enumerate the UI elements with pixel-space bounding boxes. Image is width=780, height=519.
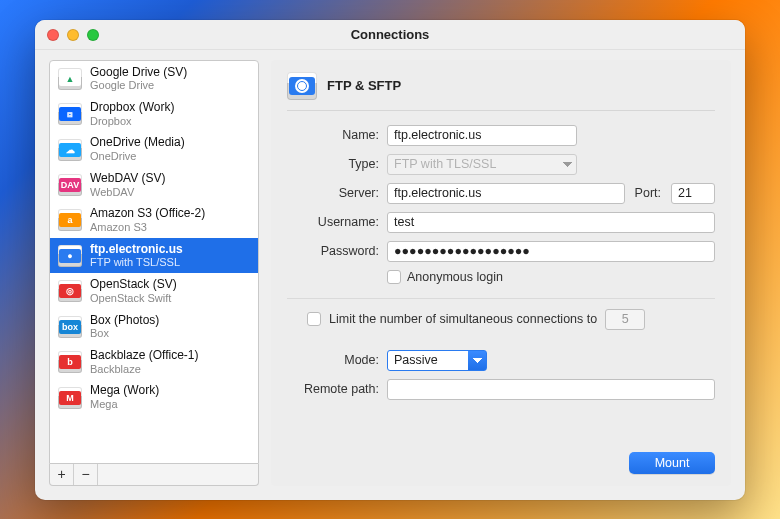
list-item-title: OpenStack (SV) [90,278,177,292]
server-label: Server: [287,186,379,200]
limit-field[interactable] [605,309,645,330]
remove-connection-button[interactable]: − [74,464,98,485]
minimize-icon[interactable] [67,29,79,41]
list-item[interactable]: aAmazon S3 (Office-2)Amazon S3 [50,202,258,237]
titlebar: Connections [35,20,745,50]
connection-detail-panel: FTP & SFTP Name: Type: FTP with TLS/SSL … [271,60,731,486]
panel-title: FTP & SFTP [327,78,401,93]
list-item-title: Google Drive (SV) [90,66,187,80]
list-item[interactable]: MMega (Work)Mega [50,379,258,414]
backblaze-icon: b [58,351,82,373]
list-item[interactable]: ●ftp.electronic.usFTP with TSL/SSL [50,238,258,273]
dropbox-icon: ⧈ [58,103,82,125]
list-item[interactable]: DAVWebDAV (SV)WebDAV [50,167,258,202]
list-item-subtitle: Backblaze [90,363,199,376]
list-item[interactable]: ▲Google Drive (SV)Google Drive [50,61,258,96]
list-item[interactable]: ◎OpenStack (SV)OpenStack Swift [50,273,258,308]
list-item-subtitle: Google Drive [90,79,187,92]
remote-path-label: Remote path: [287,382,379,396]
mode-label: Mode: [287,353,379,367]
ftp-icon [287,72,317,100]
connections-sidebar: ▲Google Drive (SV)Google Drive⧈Dropbox (… [49,60,259,486]
password-label: Password: [287,244,379,258]
list-item-title: OneDrive (Media) [90,136,185,150]
list-item-title: Box (Photos) [90,314,159,328]
name-field[interactable] [387,125,577,146]
ftp-icon: ● [58,245,82,267]
username-label: Username: [287,215,379,229]
anonymous-label: Anonymous login [407,270,503,284]
list-item-subtitle: WebDAV [90,186,166,199]
list-footer: + − [49,464,259,486]
add-connection-button[interactable]: + [50,464,74,485]
list-item-subtitle: Box [90,327,159,340]
list-item[interactable]: boxBox (Photos)Box [50,309,258,344]
mega-icon: M [58,387,82,409]
list-item-title: Backblaze (Office-1) [90,349,199,363]
limit-label: Limit the number of simultaneous connect… [329,312,597,326]
anonymous-checkbox[interactable] [387,270,401,284]
connections-window: Connections ▲Google Drive (SV)Google Dri… [35,20,745,500]
server-field[interactable] [387,183,625,204]
traffic-lights [47,29,99,41]
password-field[interactable] [387,241,715,262]
list-item-title: Amazon S3 (Office-2) [90,207,205,221]
connections-list[interactable]: ▲Google Drive (SV)Google Drive⧈Dropbox (… [49,60,259,464]
zoom-icon[interactable] [87,29,99,41]
username-field[interactable] [387,212,715,233]
type-select[interactable]: FTP with TLS/SSL [387,154,577,175]
list-item-subtitle: FTP with TSL/SSL [90,256,183,269]
list-item-subtitle: OneDrive [90,150,185,163]
list-item[interactable]: bBackblaze (Office-1)Backblaze [50,344,258,379]
webdav-icon: DAV [58,174,82,196]
box-icon: box [58,316,82,338]
panel-header: FTP & SFTP [287,68,715,111]
mode-select[interactable]: Passive [387,350,487,371]
connection-form: Name: Type: FTP with TLS/SSL Server: Por… [287,125,715,400]
remote-path-field[interactable] [387,379,715,400]
close-icon[interactable] [47,29,59,41]
openstack-icon: ◎ [58,280,82,302]
list-item-subtitle: OpenStack Swift [90,292,177,305]
port-field[interactable] [671,183,715,204]
port-label: Port: [635,186,661,200]
limit-checkbox[interactable] [307,312,321,326]
google-drive-icon: ▲ [58,68,82,90]
amazon-s3-icon: a [58,209,82,231]
list-item-title: Dropbox (Work) [90,101,174,115]
list-item-title: Mega (Work) [90,384,159,398]
list-item[interactable]: ☁OneDrive (Media)OneDrive [50,131,258,166]
mount-button[interactable]: Mount [629,452,715,474]
name-label: Name: [287,128,379,142]
list-item-subtitle: Dropbox [90,115,174,128]
list-item-subtitle: Mega [90,398,159,411]
onedrive-icon: ☁ [58,139,82,161]
window-title: Connections [351,27,430,42]
list-item-subtitle: Amazon S3 [90,221,205,234]
list-item-title: ftp.electronic.us [90,243,183,257]
list-item-title: WebDAV (SV) [90,172,166,186]
type-label: Type: [287,157,379,171]
list-item[interactable]: ⧈Dropbox (Work)Dropbox [50,96,258,131]
anonymous-login-row[interactable]: Anonymous login [387,270,715,284]
